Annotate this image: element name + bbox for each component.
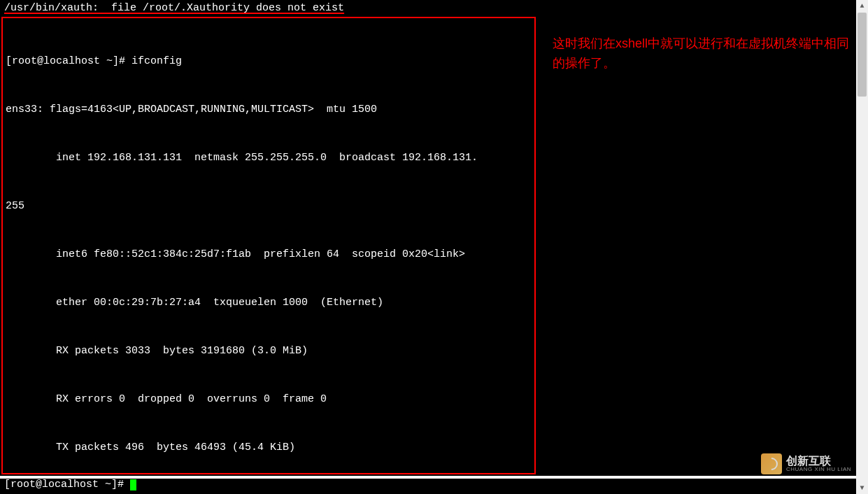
terminal-line: TX packets 496 bytes 46493 (45.4 KiB) — [6, 439, 534, 456]
annotation-text: 这时我们在xshell中就可以进行和在虚拟机终端中相同的操作了。 — [553, 34, 853, 73]
xauth-warning-line: /usr/bin/xauth: file /root/.Xauthority d… — [0, 0, 868, 16]
scroll-thumb[interactable] — [858, 13, 867, 97]
logo-cn-text: 创新互联 — [786, 456, 851, 467]
terminal-output-box[interactable]: [root@localhost ~]# ifconfig ens33: flag… — [1, 17, 536, 474]
bottom-prompt-bar[interactable]: [root@localhost ~]# — [0, 476, 868, 494]
logo-en-text: CHUANG XIN HU LIAN — [786, 467, 851, 472]
vertical-scrollbar[interactable]: ▲ ▼ — [856, 0, 868, 494]
terminal-screenshot: /usr/bin/xauth: file /root/.Xauthority d… — [0, 0, 868, 494]
terminal-line: RX packets 3033 bytes 3191680 (3.0 MiB) — [6, 343, 534, 359]
terminal-line: 255 — [6, 198, 534, 214]
cursor-icon — [130, 479, 136, 491]
terminal-line: [root@localhost ~]# ifconfig — [6, 53, 534, 69]
watermark-logo: 创新互联 CHUANG XIN HU LIAN — [761, 453, 851, 474]
logo-text: 创新互联 CHUANG XIN HU LIAN — [786, 456, 851, 472]
scroll-up-icon[interactable]: ▲ — [856, 0, 868, 12]
terminal-line: inet6 fe80::52c1:384c:25d7:f1ab prefixle… — [6, 246, 534, 262]
terminal-line: inet 192.168.131.131 netmask 255.255.255… — [6, 150, 534, 166]
terminal-line: RX errors 0 dropped 0 overruns 0 frame 0 — [6, 391, 534, 407]
terminal-line: ether 00:0c:29:7b:27:a4 txqueuelen 1000 … — [6, 295, 534, 311]
terminal-line: ens33: flags=4163<UP,BROADCAST,RUNNING,M… — [6, 101, 534, 118]
prompt-text: [root@localhost ~]# — [4, 479, 130, 491]
scroll-down-icon[interactable]: ▼ — [856, 482, 868, 494]
logo-mark-icon — [761, 453, 782, 474]
